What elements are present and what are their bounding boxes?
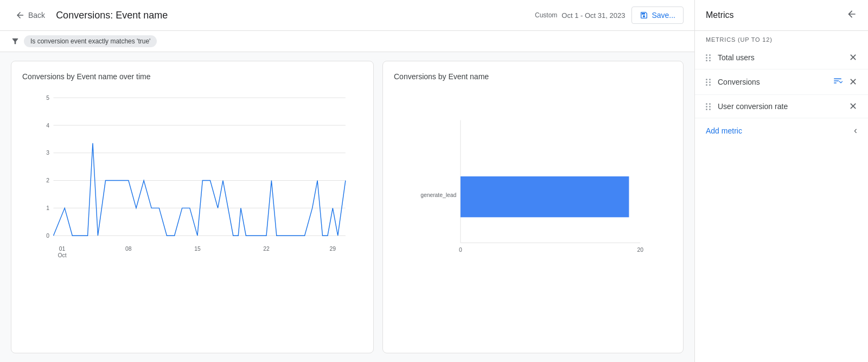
charts-area: Conversions by Event name over time 5 4 … [0,52,694,362]
svg-text:3: 3 [46,150,49,156]
svg-text:01: 01 [59,246,66,252]
date-range-area: Custom Oct 1 - Oct 31, 2023 [535,11,625,20]
svg-text:0: 0 [459,247,462,253]
custom-label: Custom [535,11,557,19]
drag-handle-user-conversion-rate [706,103,711,110]
date-range-text: Oct 1 - Oct 31, 2023 [561,11,625,20]
svg-text:22: 22 [263,246,270,252]
metric-item-user-conversion-rate[interactable]: User conversion rate ✕ [695,95,868,118]
metrics-subheader: METRICS (UP TO 12) [695,31,868,46]
metric-remove-conversions[interactable]: ✕ [849,77,857,87]
svg-text:5: 5 [46,95,49,101]
line-chart-body: 5 4 3 2 1 0 01 Oc [22,90,362,342]
metrics-close-button[interactable] [846,9,857,22]
metric-remove-user-conversion-rate[interactable]: ✕ [849,101,857,111]
save-icon [640,11,648,20]
svg-text:generate_lead: generate_lead [420,192,456,198]
line-chart-card: Conversions by Event name over time 5 4 … [11,61,374,353]
back-arrow-icon [15,10,25,20]
metric-item-total-users[interactable]: Total users ✕ [695,46,868,69]
svg-text:4: 4 [46,123,49,129]
bar-chart-card: Conversions by Event name generate_lead … [382,61,684,353]
bar-chart-title: Conversions by Event name [394,72,672,81]
add-metric-label: Add metric [706,126,742,135]
line-chart-title: Conversions by Event name over time [22,72,362,81]
svg-text:2: 2 [46,177,49,183]
metrics-sidebar: Metrics METRICS (UP TO 12) Total users ✕ [694,0,868,362]
svg-text:20: 20 [637,247,643,253]
save-label: Save... [652,11,675,20]
svg-text:Oct: Oct [58,252,66,258]
svg-text:1: 1 [46,205,49,211]
metric-remove-total-users[interactable]: ✕ [849,53,857,62]
svg-text:0: 0 [46,233,49,239]
metric-name-conversions: Conversions [718,78,826,86]
metrics-title: Metrics [706,10,734,20]
bar-chart-svg: generate_lead 0 20 [394,90,672,263]
back-label: Back [28,11,45,20]
svg-text:08: 08 [125,246,132,252]
filter-chip[interactable]: Is conversion event exactly matches 'tru… [24,35,157,47]
filter-icon [11,37,20,46]
bar-chart-body: generate_lead 0 20 [394,90,672,342]
add-metric-button[interactable]: Add metric ‹ [695,118,868,143]
back-button[interactable]: Back [11,8,49,22]
drag-handle-conversions [706,79,711,86]
line-chart-svg: 5 4 3 2 1 0 01 Oc [22,90,362,263]
save-button[interactable]: Save... [631,7,684,24]
back-arrow-icon [846,9,857,20]
svg-text:29: 29 [330,246,336,252]
sort-icon-conversions [833,76,843,88]
filter-bar: Is conversion event exactly matches 'tru… [0,31,694,52]
metrics-header: Metrics [695,0,868,31]
drag-handle-total-users [706,54,711,61]
svg-rect-21 [461,176,629,217]
chevron-down-icon: ‹ [854,125,857,136]
svg-text:15: 15 [194,246,201,252]
header: Back Conversions: Event name Custom Oct … [0,0,694,31]
metric-item-conversions[interactable]: Conversions ✕ [695,69,868,95]
metric-name-user-conversion-rate: User conversion rate [718,102,843,111]
metric-name-total-users: Total users [718,53,843,62]
filter-chip-text: Is conversion event exactly matches 'tru… [30,37,150,45]
page-title: Conversions: Event name [56,10,528,21]
main-content: Back Conversions: Event name Custom Oct … [0,0,694,362]
